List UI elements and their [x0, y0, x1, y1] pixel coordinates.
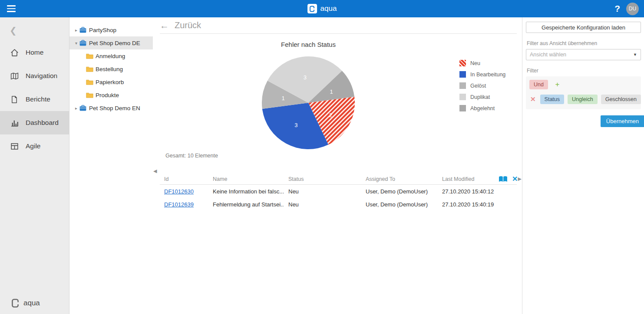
user-avatar[interactable]: DU [626, 3, 639, 15]
view-select-placeholder: Ansicht wählen [530, 52, 566, 58]
column-header-assigned-to[interactable]: Assigned To [361, 176, 438, 182]
load-saved-configuration-button[interactable]: Gespeicherte Konfiguration laden [526, 22, 641, 33]
folder-icon [86, 92, 95, 98]
help-icon[interactable]: ? [614, 3, 620, 14]
folder-icon [86, 53, 95, 59]
add-condition-icon[interactable]: + [555, 80, 559, 88]
defect-last-modified: 27.10.2020 15:40:19 [438, 201, 499, 208]
tree-item-bestellung[interactable]: Bestellung [69, 62, 153, 75]
column-header-status[interactable]: Status [284, 176, 361, 182]
filter-operator-chip[interactable]: Und [529, 80, 548, 89]
tree-item-label: Produkte [95, 92, 119, 98]
chart-area: Fehler nach Status 23131 NeuIn Bearbeitu… [153, 34, 522, 167]
filter-condition-row: ✕ Status Ungleich Geschlossen [529, 95, 637, 104]
legend-item-abgelehnt[interactable]: Abgelehnt [459, 105, 505, 111]
legend-item-neu[interactable]: Neu [459, 60, 505, 66]
legend-swatch [459, 105, 466, 111]
chevron-down-icon: ▼ [633, 52, 637, 57]
close-table-icon[interactable]: ✕ [512, 176, 518, 183]
pie-chart: 23131 [261, 55, 356, 150]
sidebar-item-home[interactable]: Home [0, 41, 69, 64]
filter-label: Filter [527, 68, 641, 74]
remove-condition-icon[interactable]: ✕ [529, 95, 537, 103]
hamburger-menu-icon[interactable] [0, 0, 20, 17]
book-icon[interactable] [499, 176, 508, 183]
condition-value-chip[interactable]: Geschlossen [601, 95, 641, 104]
defect-status: Neu [284, 188, 361, 195]
back-label[interactable]: Zurück [175, 20, 201, 30]
view-select[interactable]: Ansicht wählen ▼ [526, 49, 641, 60]
condition-operator-chip[interactable]: Ungleich [568, 95, 598, 104]
bar-chart-icon [10, 118, 19, 128]
legend-swatch [459, 71, 466, 78]
main-sidebar: ❮ HomeNavigationBerichteDashboardAgile a… [0, 17, 69, 314]
sidebar-item-label: Dashboard [26, 119, 59, 127]
chart-legend: NeuIn BearbeitungGelöstDuplikatAbgelehnt [459, 60, 505, 116]
expand-arrow-icon[interactable]: ▸ [73, 28, 79, 33]
defect-id-link[interactable]: DF1012639 [164, 201, 194, 208]
defect-assigned-to: User, Demo (DemoUser) [361, 188, 438, 195]
column-header-id[interactable]: Id [160, 176, 208, 182]
brand-name: aqua [320, 4, 337, 13]
legend-label: Duplikat [470, 94, 490, 100]
aqua-footer-logo-icon [10, 298, 20, 308]
project-icon [79, 27, 88, 33]
apply-filter-button[interactable]: Übernehmen [601, 115, 644, 127]
filter-panel: Gespeicherte Konfiguration laden Filter … [522, 17, 644, 314]
tree-item-papierkorb[interactable]: Papierkorb [69, 75, 153, 88]
topbar: aqua ? DU [0, 0, 644, 17]
defect-name: Fehlermeldung auf Startsei... [208, 201, 284, 208]
chart-title: Fehler nach Status [261, 41, 356, 48]
defect-id-link[interactable]: DF1012630 [164, 188, 194, 195]
sidebar-item-agile[interactable]: Agile [0, 134, 69, 158]
expand-arrow-icon[interactable]: ▸ [73, 106, 79, 111]
tree-item-anmeldung[interactable]: Anmeldung [69, 49, 153, 62]
defect-last-modified: 27.10.2020 15:40:12 [438, 188, 499, 195]
sidebar-item-label: Berichte [26, 95, 50, 103]
legend-item-gelöst[interactable]: Gelöst [459, 82, 505, 89]
sidebar-item-dashboard[interactable]: Dashboard [0, 111, 69, 134]
legend-swatch [459, 94, 466, 100]
folder-icon [86, 79, 95, 85]
tree-item-pet-shop-demo-en[interactable]: ▸Pet Shop Demo EN [69, 101, 153, 114]
table-row[interactable]: DF1012639Fehlermeldung auf Startsei...Ne… [160, 198, 517, 211]
legend-item-in-bearbeitung[interactable]: In Bearbeitung [459, 71, 505, 78]
pie-value-label: 3 [304, 74, 307, 81]
legend-swatch [459, 60, 466, 66]
collapse-arrow-icon[interactable]: ▾ [73, 41, 79, 46]
condition-field-chip[interactable]: Status [540, 95, 564, 104]
panel-collapse-left-icon[interactable]: ◀ [153, 168, 157, 174]
sidebar-collapse-icon[interactable]: ❮ [0, 20, 69, 41]
table-row[interactable]: DF1012630Keine Information bei falsc...N… [160, 185, 517, 198]
sidebar-item-berichte[interactable]: Berichte [0, 88, 69, 111]
legend-label: Neu [470, 60, 480, 66]
total-elements-label: Gesamt: 10 Elemente [165, 153, 218, 159]
tree-item-partyshop[interactable]: ▸PartyShop [69, 23, 153, 36]
pie-value-label: 3 [294, 122, 297, 128]
tree-item-pet-shop-demo-de[interactable]: ▾Pet Shop Demo DE [69, 36, 153, 49]
project-icon [79, 40, 88, 46]
legend-item-duplikat[interactable]: Duplikat [459, 94, 505, 100]
sidebar-item-label: Home [26, 49, 43, 56]
defect-assigned-to: User, Demo (DemoUser) [361, 201, 438, 208]
column-header-name[interactable]: Name [208, 176, 284, 182]
sidebar-item-label: Agile [26, 142, 40, 150]
sidebar-footer-brand: aqua [10, 298, 40, 308]
sidebar-item-label: Navigation [26, 72, 57, 80]
panel-collapse-right-icon[interactable]: ▶ [518, 176, 522, 182]
legend-swatch [459, 82, 466, 89]
dashboard-content: ← Zurück Fehler nach Status 23131 NeuIn … [153, 17, 522, 314]
project-tree: ▸PartyShop▾Pet Shop Demo DEAnmeldungBest… [69, 17, 153, 314]
tree-item-label: PartyShop [88, 27, 116, 33]
back-arrow-icon[interactable]: ← [160, 20, 169, 31]
legend-label: Abgelehnt [470, 105, 495, 111]
tree-item-produkte[interactable]: Produkte [69, 88, 153, 101]
home-icon [10, 48, 19, 57]
sidebar-item-navigation[interactable]: Navigation [0, 64, 69, 88]
grid-icon [10, 141, 19, 151]
tree-item-label: Pet Shop Demo EN [88, 105, 140, 111]
legend-label: In Bearbeitung [470, 72, 505, 78]
column-header-last-modified[interactable]: Last Modified [438, 176, 499, 182]
filter-builder: Und + ✕ Status Ungleich Geschlossen [526, 76, 641, 109]
footer-brand-name: aqua [23, 299, 40, 307]
